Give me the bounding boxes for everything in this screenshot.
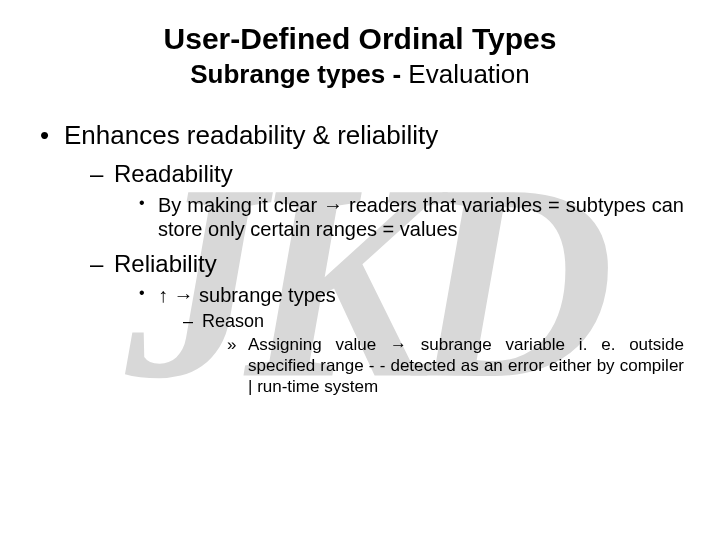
- bullet-l4-reason: Reason Assigning value → subrange variab…: [180, 311, 684, 397]
- slide-subtitle-bold: Subrange types -: [190, 59, 408, 89]
- bullet-l1-text: Enhances readability & reliability: [64, 120, 438, 150]
- bullet-l1: Enhances readability & reliability Reada…: [36, 120, 684, 398]
- bullet-l3-readability-text: By making it clear → readers that variab…: [158, 194, 684, 240]
- bullet-l5-reason-detail: Assigning value → subrange variable i. e…: [224, 335, 684, 397]
- bullet-l2-reliability-text: Reliability: [114, 250, 217, 277]
- slide-subtitle-rest: Evaluation: [408, 59, 529, 89]
- bullet-l2-readability-text: Readability: [114, 160, 233, 187]
- slide-body: Enhances readability & reliability Reada…: [36, 120, 684, 398]
- slide-subtitle: Subrange types - Evaluation: [36, 59, 684, 90]
- bullet-l2-reliability: Reliability ↑ → subrange types Reason: [86, 249, 684, 397]
- bullet-l3-reliability-text: ↑ → subrange types: [158, 284, 336, 306]
- bullet-l5-reason-text: Assigning value → subrange variable i. e…: [248, 335, 684, 395]
- slide: User-Defined Ordinal Types Subrange type…: [0, 0, 720, 540]
- bullet-l3-reliability-detail: ↑ → subrange types Reason Assigning valu…: [136, 283, 684, 398]
- slide-title: User-Defined Ordinal Types: [36, 22, 684, 57]
- bullet-l4-reason-text: Reason: [202, 311, 264, 331]
- bullet-l2-readability: Readability By making it clear → readers…: [86, 159, 684, 241]
- bullet-l3-readability-detail: By making it clear → readers that variab…: [136, 193, 684, 242]
